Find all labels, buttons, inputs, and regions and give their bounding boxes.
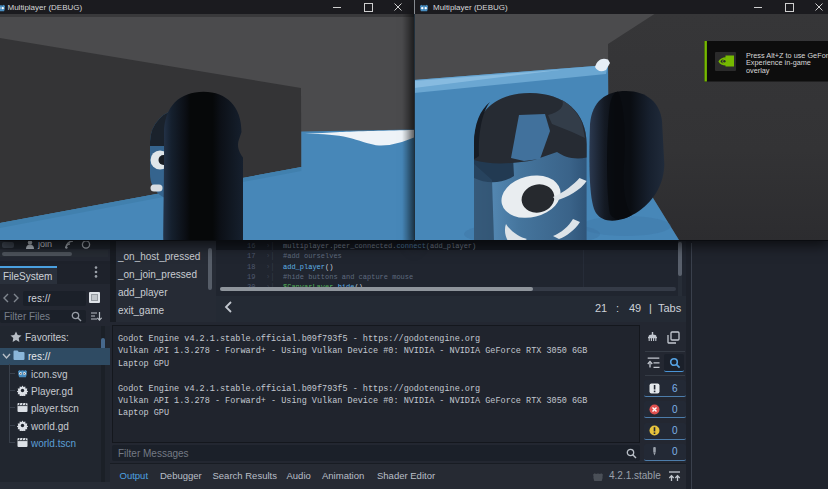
svg-text:overlay: overlay — [746, 66, 770, 75]
